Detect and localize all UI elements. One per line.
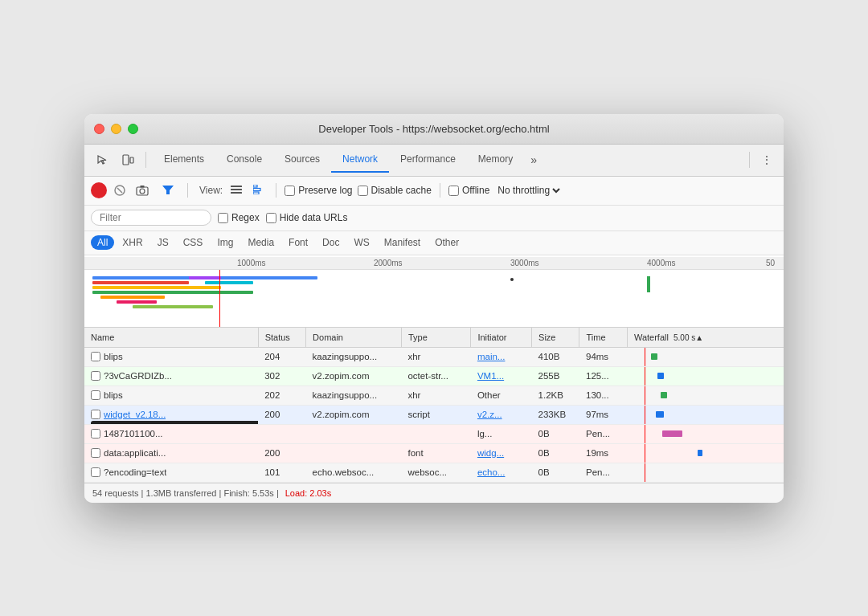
table-row[interactable]: ?encoding=text101echo.websoc...websoc...… (84, 463, 784, 482)
col-header-waterfall[interactable]: Waterfall 5.00 s▲ (627, 328, 784, 348)
col-header-domain[interactable]: Domain (306, 328, 402, 348)
timeline-marker-1000: 1000ms (237, 259, 266, 267)
hide-urls-checkbox[interactable] (266, 213, 276, 223)
type-filter-font[interactable]: Font (282, 235, 314, 250)
tab-console[interactable]: Console (215, 147, 273, 173)
cell-type: script (401, 405, 470, 424)
type-filter-media[interactable]: Media (241, 235, 280, 250)
type-filter-doc[interactable]: Doc (316, 235, 346, 250)
type-filter-css[interactable]: CSS (177, 235, 210, 250)
cell-size: 0B (532, 443, 579, 463)
resource-name: ?3vCaGRDIZb... (104, 371, 172, 381)
resource-name-link[interactable]: widget_v2.18... (104, 410, 166, 419)
row-checkbox[interactable] (91, 448, 100, 458)
close-button[interactable] (94, 124, 104, 134)
inspect-element-button[interactable] (91, 150, 113, 169)
type-filter-row: All XHR JS CSS Img Media Font Doc WS Man… (84, 231, 784, 255)
preserve-log-checkbox[interactable] (285, 186, 295, 196)
cell-domain (306, 424, 402, 443)
tab-sources[interactable]: Sources (273, 147, 331, 173)
net-separator-2 (276, 183, 276, 198)
type-filter-manifest[interactable]: Manifest (378, 235, 427, 250)
clear-button[interactable] (112, 182, 128, 198)
row-checkbox[interactable] (91, 410, 100, 419)
tab-performance[interactable]: Performance (389, 147, 467, 173)
col-header-type[interactable]: Type (401, 328, 470, 348)
tab-more-button[interactable]: » (524, 147, 543, 173)
regex-checkbox[interactable] (218, 213, 228, 223)
col-header-status[interactable]: Status (258, 328, 305, 348)
svg-rect-0 (123, 155, 129, 165)
timeline-marker-2000: 2000ms (374, 259, 403, 267)
tab-memory[interactable]: Memory (467, 147, 524, 173)
titlebar: Developer Tools - https://websocket.org/… (84, 114, 784, 145)
svg-rect-1 (130, 157, 133, 163)
view-list-button[interactable] (227, 182, 245, 198)
initiator-link[interactable]: main... (477, 352, 506, 361)
row-checkbox[interactable] (91, 390, 100, 400)
svg-rect-7 (231, 186, 242, 187)
regex-label[interactable]: Regex (218, 212, 260, 223)
type-filter-js[interactable]: JS (151, 235, 175, 250)
timeline-chart: 1000ms 2000ms 3000ms 4000ms 50 (84, 255, 784, 328)
table-row[interactable]: ?3vCaGRDIZb...302v2.zopim.comoctet-str..… (84, 366, 784, 386)
offline-checkbox[interactable] (448, 186, 459, 196)
cell-type: octet-str... (401, 366, 470, 386)
net-separator-1 (187, 183, 188, 198)
window-title: Developer Tools - https://websocket.org/… (94, 123, 774, 135)
view-waterfall-button[interactable] (250, 182, 268, 198)
hide-urls-label[interactable]: Hide data URLs (266, 212, 348, 223)
cell-status: 101 (258, 463, 305, 482)
screenshot-button[interactable] (133, 181, 152, 200)
cell-size: 410B (532, 347, 579, 366)
row-checkbox[interactable] (91, 467, 100, 477)
tab-network[interactable]: Network (331, 147, 389, 173)
fullscreen-button[interactable] (128, 124, 138, 134)
initiator-link[interactable]: v2.z... (477, 410, 502, 419)
devtools-menu-button[interactable]: ⋮ (756, 150, 777, 169)
type-filter-all[interactable]: All (91, 235, 114, 250)
initiator-link[interactable]: echo... (477, 467, 506, 477)
cell-name: data:applicati... (84, 443, 258, 463)
initiator-link[interactable]: VM1... (477, 371, 504, 381)
device-toolbar-button[interactable] (117, 150, 139, 169)
resource-name: blips (104, 390, 123, 400)
timeline-bar-lightgreen (133, 305, 213, 308)
col-header-time[interactable]: Time (579, 328, 627, 348)
cell-status: 200 (258, 405, 305, 424)
table-row[interactable]: blips202kaazingsuppo...xhrOther1.2KB130.… (84, 386, 784, 405)
table-row[interactable]: widget_v2.18...https://v2.zopim.com/bin/… (84, 405, 784, 424)
record-button[interactable] (91, 182, 107, 198)
tab-elements[interactable]: Elements (153, 147, 215, 173)
preserve-log-label[interactable]: Preserve log (285, 185, 352, 196)
table-row[interactable]: 1487101100...lg...0BPen... (84, 424, 784, 443)
waterfall-bar (698, 450, 702, 456)
timeline-bar-yellow (92, 286, 221, 289)
timeline-bar-green (92, 291, 253, 294)
col-header-initiator[interactable]: Initiator (471, 328, 532, 348)
row-checkbox[interactable] (91, 371, 100, 381)
col-header-size[interactable]: Size (532, 328, 579, 348)
disable-cache-checkbox[interactable] (358, 186, 368, 196)
cell-name: blips (84, 347, 258, 366)
row-checkbox[interactable] (91, 352, 100, 361)
load-time: Load: 2.03s (285, 488, 332, 498)
disable-cache-label[interactable]: Disable cache (358, 185, 432, 196)
timeline-bar-red (92, 281, 189, 284)
type-filter-other[interactable]: Other (428, 235, 465, 250)
cell-status: 200 (258, 443, 305, 463)
waterfall-bar (656, 411, 664, 418)
table-row[interactable]: blips204kaazingsuppo...xhrmain...410B94m… (84, 347, 784, 366)
type-filter-xhr[interactable]: XHR (116, 235, 149, 250)
type-filter-img[interactable]: Img (211, 235, 240, 250)
type-filter-ws[interactable]: WS (347, 235, 375, 250)
col-header-name[interactable]: Name (84, 328, 258, 348)
table-row[interactable]: data:applicati...200fontwidg...0B19ms (84, 443, 784, 463)
filter-input[interactable] (91, 210, 211, 226)
offline-label[interactable]: Offline (448, 185, 489, 196)
initiator-link[interactable]: widg... (477, 448, 504, 458)
throttle-select[interactable]: No throttling (494, 184, 563, 197)
filter-button[interactable] (157, 183, 179, 198)
minimize-button[interactable] (111, 124, 121, 134)
row-checkbox[interactable] (91, 429, 100, 439)
